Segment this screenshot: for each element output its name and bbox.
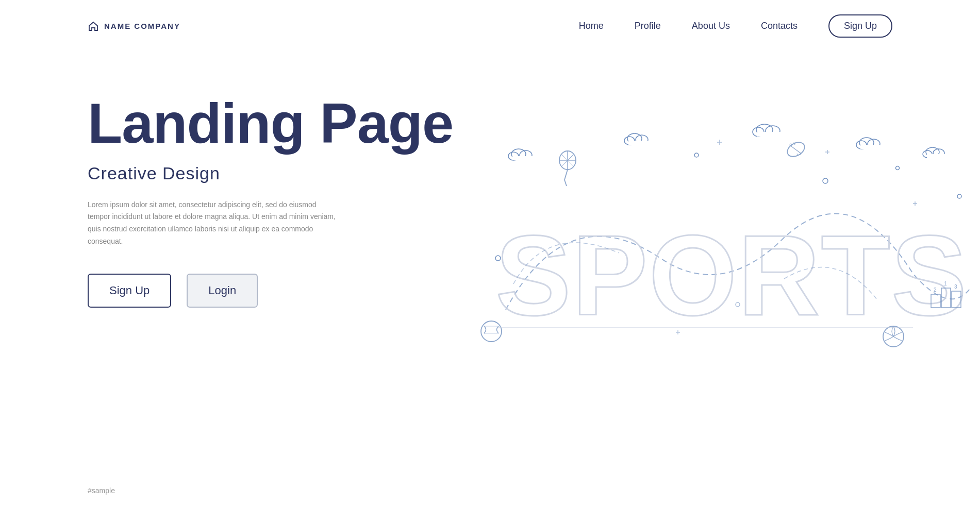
svg-point-46 — [823, 178, 828, 183]
svg-rect-12 — [757, 132, 781, 137]
nav-contacts[interactable]: Contacts — [761, 21, 798, 31]
sports-illustration: SPORTS — [464, 83, 980, 402]
main-nav: Home Profile About Us Contacts Sign Up — [579, 14, 892, 38]
svg-line-26 — [564, 170, 568, 180]
svg-rect-4 — [512, 156, 533, 160]
hero-signup-button[interactable]: Sign Up — [88, 274, 171, 308]
svg-point-45 — [694, 153, 699, 157]
nav-profile[interactable]: Profile — [635, 21, 661, 31]
footer-tag: #sample — [88, 486, 115, 495]
home-icon — [88, 21, 99, 32]
svg-point-47 — [896, 166, 900, 170]
nav-about[interactable]: About Us — [692, 21, 730, 31]
header-signup-button[interactable]: Sign Up — [828, 14, 892, 38]
company-name: NAME COMPANY — [104, 22, 180, 30]
hero-description: Lorem ipsum dolor sit amet, consectetur … — [88, 199, 340, 248]
svg-rect-16 — [860, 145, 880, 149]
svg-point-48 — [957, 194, 961, 198]
svg-text:SPORTS: SPORTS — [495, 212, 968, 339]
svg-line-27 — [564, 180, 567, 186]
svg-text:3: 3 — [954, 284, 957, 290]
nav-home[interactable]: Home — [579, 21, 604, 31]
svg-rect-20 — [927, 154, 945, 158]
svg-text:2: 2 — [934, 287, 937, 293]
svg-rect-8 — [628, 141, 649, 145]
svg-line-29 — [789, 145, 801, 154]
svg-text:1: 1 — [944, 281, 947, 287]
hero-login-button[interactable]: Login — [187, 274, 258, 308]
logo-area: NAME COMPANY — [88, 21, 180, 32]
footer: #sample — [88, 486, 115, 495]
